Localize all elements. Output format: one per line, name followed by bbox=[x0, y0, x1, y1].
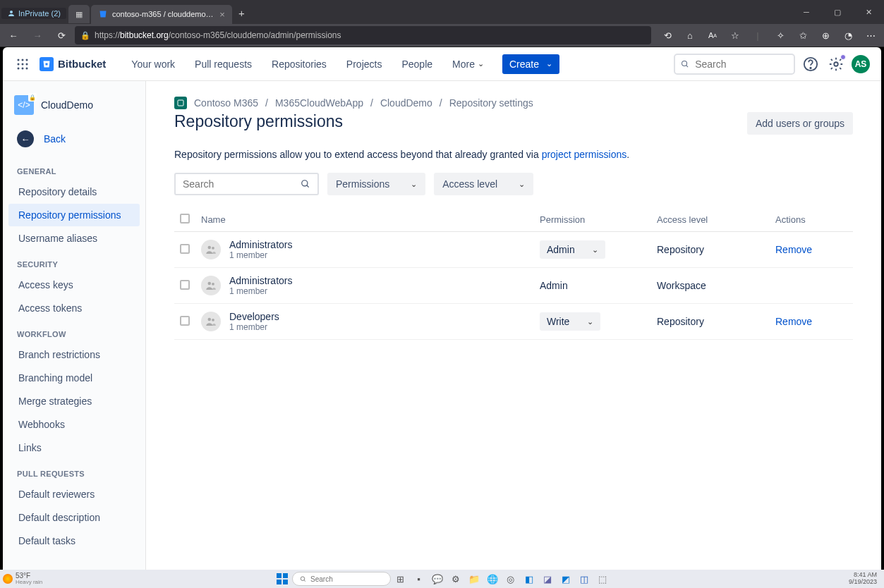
sidebar-item-merge-strategies[interactable]: Merge strategies bbox=[8, 390, 140, 412]
extensions-icon[interactable]: ✧ bbox=[770, 25, 791, 45]
filter-search-input[interactable] bbox=[183, 178, 281, 190]
remove-link[interactable]: Remove bbox=[775, 244, 812, 255]
window-minimize-button[interactable]: ─ bbox=[791, 0, 822, 24]
create-button[interactable]: Create ⌄ bbox=[502, 54, 559, 74]
user-avatar[interactable]: AS bbox=[852, 55, 870, 73]
taskbar-search-input[interactable] bbox=[310, 575, 382, 583]
address-bar[interactable]: 🔒 https://bitbucket.org/contoso-m365/clo… bbox=[75, 26, 651, 44]
nav-pull-requests[interactable]: Pull requests bbox=[186, 56, 260, 73]
sidebar-item-default-description[interactable]: Default description bbox=[8, 506, 140, 529]
app-switcher-icon[interactable] bbox=[14, 56, 31, 73]
col-actions: Actions bbox=[770, 208, 853, 232]
tab-close-icon[interactable]: × bbox=[219, 9, 225, 20]
search-input[interactable] bbox=[695, 59, 788, 70]
browser-forward-button[interactable]: → bbox=[27, 25, 48, 45]
profile-icon[interactable]: ◔ bbox=[837, 25, 859, 45]
group-avatar-icon bbox=[201, 276, 221, 295]
nav-people[interactable]: People bbox=[393, 56, 441, 73]
text-size-icon[interactable]: AA bbox=[702, 25, 723, 45]
sidebar-item-webhooks[interactable]: Webhooks bbox=[8, 413, 140, 436]
table-row: Administrators 1 member Admin⌄ Repositor… bbox=[174, 232, 853, 268]
svg-point-6 bbox=[26, 63, 28, 65]
sidebar-item-repo-permissions[interactable]: Repository permissions bbox=[8, 204, 140, 226]
start-button[interactable] bbox=[274, 570, 291, 587]
sync-icon[interactable]: ⟲ bbox=[657, 25, 678, 45]
help-icon[interactable] bbox=[801, 54, 821, 74]
taskbar-chrome-icon[interactable]: ◎ bbox=[502, 570, 519, 587]
global-search[interactable] bbox=[674, 54, 795, 75]
taskbar-app-3[interactable]: ◩ bbox=[557, 570, 574, 587]
task-view-icon[interactable]: ⊞ bbox=[392, 570, 409, 587]
filter-permissions-dropdown[interactable]: Permissions⌄ bbox=[327, 173, 425, 195]
sidebar-item-links[interactable]: Links bbox=[8, 436, 140, 459]
filter-access-level-dropdown[interactable]: Access level⌄ bbox=[434, 173, 533, 195]
add-users-button[interactable]: Add users or groups bbox=[747, 112, 853, 135]
breadcrumb-l1[interactable]: Contoso M365 bbox=[194, 97, 258, 109]
inprivate-label: InPrivate (2) bbox=[18, 9, 61, 18]
taskbar-date[interactable]: 9/19/2023 bbox=[849, 579, 877, 586]
browser-back-button[interactable]: ← bbox=[3, 25, 24, 45]
nav-repositories[interactable]: Repositories bbox=[263, 56, 335, 73]
project-permissions-link[interactable]: project permissions bbox=[542, 149, 627, 160]
table-row: Developers 1 member Write⌄ Repository Re… bbox=[174, 304, 853, 340]
permission-dropdown[interactable]: Admin⌄ bbox=[540, 240, 605, 259]
svg-line-30 bbox=[303, 580, 305, 581]
breadcrumb-l3[interactable]: CloudDemo bbox=[380, 97, 432, 109]
svg-point-0 bbox=[10, 11, 13, 13]
taskbar-explorer-icon[interactable]: 📁 bbox=[466, 570, 483, 587]
svg-point-21 bbox=[208, 282, 212, 286]
svg-point-7 bbox=[18, 67, 20, 69]
shopping-icon[interactable]: ⌂ bbox=[679, 25, 701, 45]
new-tab-button[interactable]: + bbox=[233, 4, 250, 22]
favorites-bar-icon[interactable]: ✩ bbox=[792, 25, 813, 45]
taskbar-search[interactable] bbox=[292, 572, 391, 586]
window-maximize-button[interactable]: ▢ bbox=[822, 0, 853, 24]
taskbar-edge-icon[interactable]: 🌐 bbox=[484, 570, 501, 587]
favorite-icon[interactable]: ☆ bbox=[725, 25, 746, 45]
row-checkbox[interactable] bbox=[180, 244, 190, 254]
browser-refresh-button[interactable]: ⟳ bbox=[51, 25, 72, 45]
bitbucket-logo[interactable]: Bitbucket bbox=[40, 57, 106, 71]
page-description: Repository permissions allow you to exte… bbox=[174, 149, 853, 160]
taskbar-app-4[interactable]: ⬚ bbox=[594, 570, 611, 587]
permission-dropdown[interactable]: Write⌄ bbox=[540, 312, 600, 331]
browser-more-icon[interactable]: ⋯ bbox=[860, 25, 881, 45]
breadcrumb: Contoso M365 / M365CloudWebApp / CloudDe… bbox=[174, 97, 853, 109]
browser-tab-active[interactable]: contoso-m365 / clouddemo — × bbox=[91, 5, 232, 24]
taskbar-app-2[interactable]: ⚙ bbox=[447, 570, 464, 587]
window-close-button[interactable]: ✕ bbox=[853, 0, 884, 24]
remove-link[interactable]: Remove bbox=[775, 316, 812, 327]
sidebar-item-default-tasks[interactable]: Default tasks bbox=[8, 529, 140, 552]
nav-your-work[interactable]: Your work bbox=[123, 56, 183, 73]
svg-line-18 bbox=[307, 185, 309, 188]
sidebar-item-access-tokens[interactable]: Access tokens bbox=[8, 297, 140, 319]
filter-search[interactable] bbox=[174, 173, 319, 195]
row-checkbox[interactable] bbox=[180, 280, 190, 290]
sidebar-item-repo-details[interactable]: Repository details bbox=[8, 180, 140, 203]
sidebar-item-branch-restrictions[interactable]: Branch restrictions bbox=[8, 343, 140, 366]
taskbar-app-1[interactable]: ▪ bbox=[411, 570, 428, 587]
breadcrumb-l2[interactable]: M365CloudWebApp bbox=[275, 97, 363, 109]
breadcrumb-sep: / bbox=[265, 97, 268, 109]
taskbar-word-icon[interactable]: ◫ bbox=[576, 570, 593, 587]
access-level-cell: Repository bbox=[651, 304, 770, 340]
nav-more[interactable]: More⌄ bbox=[444, 56, 492, 73]
taskbar-chat-icon[interactable]: 💬 bbox=[429, 570, 446, 587]
sidebar-item-branching-model[interactable]: Branching model bbox=[8, 367, 140, 389]
taskbar-outlook-icon[interactable]: ◧ bbox=[521, 570, 538, 587]
chevron-down-icon: ⌄ bbox=[546, 59, 552, 68]
browser-tab-pinned[interactable]: ▦ bbox=[68, 5, 90, 23]
weather-widget[interactable]: 53°F Heavy rain bbox=[3, 572, 42, 585]
svg-point-9 bbox=[26, 67, 28, 69]
taskbar-teams-icon[interactable]: ◪ bbox=[539, 570, 556, 587]
nav-projects[interactable]: Projects bbox=[338, 56, 391, 73]
back-button[interactable]: ← Back bbox=[3, 123, 145, 157]
breadcrumb-l4[interactable]: Repository settings bbox=[449, 97, 533, 109]
select-all-checkbox[interactable] bbox=[180, 214, 190, 223]
collections-icon[interactable]: ⊕ bbox=[815, 25, 836, 45]
sidebar-item-access-keys[interactable]: Access keys bbox=[8, 274, 140, 296]
sidebar-item-default-reviewers[interactable]: Default reviewers bbox=[8, 483, 140, 506]
settings-icon[interactable] bbox=[826, 54, 846, 74]
sidebar-item-username-aliases[interactable]: Username aliases bbox=[8, 227, 140, 250]
row-checkbox[interactable] bbox=[180, 316, 190, 326]
